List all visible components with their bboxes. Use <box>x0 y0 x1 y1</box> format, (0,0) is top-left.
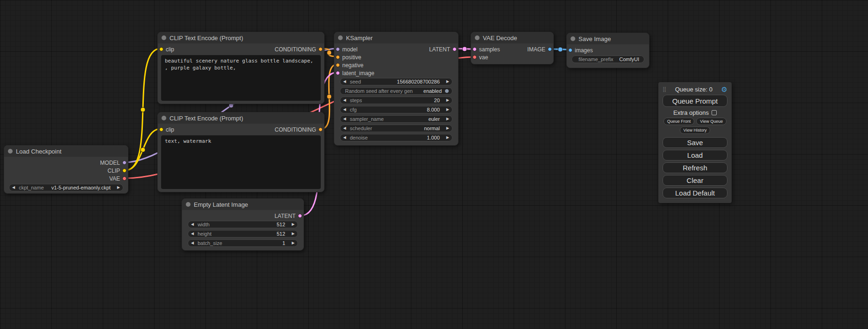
node-clip-text-encode-positive[interactable]: CLIP Text Encode (Prompt) clip CONDITION… <box>157 32 325 104</box>
toggle-knob[interactable] <box>445 89 449 93</box>
denoise-stepper[interactable]: ◀ denoise 1.000 ▶ <box>340 134 452 141</box>
positive-input-dot[interactable] <box>336 55 340 59</box>
input-model[interactable]: model <box>334 45 374 53</box>
clip-output-dot[interactable] <box>122 168 127 173</box>
increment-arrow-icon[interactable]: ▶ <box>292 223 295 226</box>
output-conditioning[interactable]: CONDITIONING <box>275 126 324 133</box>
increment-arrow-icon[interactable]: ▶ <box>292 232 295 236</box>
input-clip[interactable]: clip <box>158 45 174 53</box>
output-conditioning[interactable]: CONDITIONING <box>275 45 324 53</box>
increment-arrow-icon[interactable]: ▶ <box>446 80 449 84</box>
output-model[interactable]: MODEL <box>4 159 128 167</box>
decrement-arrow-icon[interactable]: ◀ <box>12 186 15 189</box>
input-negative[interactable]: negative <box>334 61 374 69</box>
steps-stepper[interactable]: ◀ steps 20 ▶ <box>340 97 452 104</box>
latent-image-input-dot[interactable] <box>336 71 340 75</box>
clip-input-dot[interactable] <box>159 127 163 132</box>
node-title-bar[interactable]: Load Checkpoint <box>4 146 128 157</box>
node-collapse-dot[interactable] <box>475 35 480 40</box>
decrement-arrow-icon[interactable]: ◀ <box>343 136 346 140</box>
decrement-arrow-icon[interactable]: ◀ <box>343 117 346 121</box>
increment-arrow-icon[interactable]: ▶ <box>292 241 295 245</box>
input-samples[interactable]: samples <box>471 45 500 53</box>
vae-input-dot[interactable] <box>473 55 477 59</box>
output-vae[interactable]: VAE <box>4 175 128 182</box>
menu-drag-handle-icon[interactable]: ⣿ <box>663 86 666 92</box>
width-stepper[interactable]: ◀ width 512 ▶ <box>188 221 298 228</box>
conditioning-output-dot[interactable] <box>318 127 323 132</box>
decrement-arrow-icon[interactable]: ◀ <box>191 223 194 226</box>
node-title-bar[interactable]: KSampler <box>334 32 458 43</box>
node-title-bar[interactable]: CLIP Text Encode (Prompt) <box>158 112 324 124</box>
node-collapse-dot[interactable] <box>571 36 575 41</box>
model-input-dot[interactable] <box>336 47 340 51</box>
ckpt-name-combo[interactable]: ◀ ckpt_name v1-5-pruned-emaonly.ckpt ▶ <box>9 184 123 191</box>
input-clip[interactable]: clip <box>158 126 174 133</box>
settings-gear-icon[interactable]: ⚙ <box>721 86 727 93</box>
filename-prefix-field[interactable]: filename_prefix ComfyUI <box>572 56 644 63</box>
input-latent-image[interactable]: latent_image <box>334 69 374 77</box>
increment-arrow-icon[interactable]: ▶ <box>446 98 449 102</box>
cfg-stepper[interactable]: ◀ cfg 8.000 ▶ <box>340 106 452 113</box>
view-queue-button[interactable]: View Queue <box>696 118 727 125</box>
image-output-dot[interactable] <box>548 47 552 51</box>
model-output-dot[interactable] <box>122 161 127 165</box>
input-images[interactable]: images <box>567 46 649 54</box>
node-title-bar[interactable]: Empty Latent Image <box>182 199 303 210</box>
increment-arrow-icon[interactable]: ▶ <box>446 136 449 140</box>
output-clip[interactable]: CLIP <box>4 167 128 175</box>
comfy-menu-panel[interactable]: ⣿ Queue size: 0 ⚙ Queue Prompt Extra opt… <box>658 82 732 203</box>
decrement-arrow-icon[interactable]: ◀ <box>343 98 346 102</box>
images-input-dot[interactable] <box>568 48 572 52</box>
sampler-name-combo[interactable]: ◀ sampler_name euler ▶ <box>340 115 452 123</box>
clip-input-dot[interactable] <box>159 47 163 51</box>
load-button[interactable]: Load <box>663 150 727 161</box>
refresh-button[interactable]: Refresh <box>663 162 727 173</box>
node-collapse-dot[interactable] <box>186 202 191 207</box>
output-image[interactable]: IMAGE <box>527 45 553 53</box>
input-vae[interactable]: vae <box>471 53 500 61</box>
vae-output-dot[interactable] <box>122 176 127 181</box>
latent-output-dot[interactable] <box>452 47 457 51</box>
decrement-arrow-icon[interactable]: ◀ <box>343 126 346 130</box>
increment-arrow-icon[interactable]: ▶ <box>446 108 449 112</box>
output-latent[interactable]: LATENT <box>429 45 458 53</box>
node-save-image[interactable]: Save Image images filename_prefix ComfyU… <box>566 33 649 68</box>
conditioning-output-dot[interactable] <box>318 47 323 51</box>
increment-arrow-icon[interactable]: ▶ <box>117 186 120 189</box>
latent-output-dot[interactable] <box>298 214 302 218</box>
load-default-button[interactable]: Load Default <box>663 188 727 198</box>
node-collapse-dot[interactable] <box>338 35 343 40</box>
node-clip-text-encode-negative[interactable]: CLIP Text Encode (Prompt) clip CONDITION… <box>157 112 325 192</box>
input-positive[interactable]: positive <box>334 53 374 61</box>
node-graph-canvas[interactable]: Load Checkpoint MODEL CLIP VAE ◀ ckpt_na… <box>0 0 868 329</box>
increment-arrow-icon[interactable]: ▶ <box>446 117 449 121</box>
scheduler-combo[interactable]: ◀ scheduler normal ▶ <box>340 125 452 132</box>
random-seed-toggle[interactable]: Random seed after every gen enabled <box>340 87 452 95</box>
node-title-bar[interactable]: CLIP Text Encode (Prompt) <box>158 32 324 43</box>
output-latent[interactable]: LATENT <box>182 212 303 220</box>
node-collapse-dot[interactable] <box>162 116 166 120</box>
node-title-bar[interactable]: VAE Decode <box>471 32 553 43</box>
node-title-bar[interactable]: Save Image <box>567 33 649 44</box>
extra-options-checkbox[interactable] <box>712 110 717 115</box>
decrement-arrow-icon[interactable]: ◀ <box>191 241 194 245</box>
view-history-button[interactable]: View History <box>680 126 711 134</box>
node-empty-latent-image[interactable]: Empty Latent Image LATENT ◀ width 512 ▶ … <box>182 198 304 251</box>
node-collapse-dot[interactable] <box>8 149 13 154</box>
clear-button[interactable]: Clear <box>663 175 727 186</box>
decrement-arrow-icon[interactable]: ◀ <box>191 232 194 236</box>
batch-size-stepper[interactable]: ◀ batch_size 1 ▶ <box>188 239 298 247</box>
node-vae-decode[interactable]: VAE Decode samples vae IMAGE <box>471 32 554 64</box>
negative-input-dot[interactable] <box>336 63 340 67</box>
queue-prompt-button[interactable]: Queue Prompt <box>663 95 727 107</box>
positive-prompt-textarea[interactable]: beautiful scenery nature glass bottle la… <box>161 55 321 101</box>
node-load-checkpoint[interactable]: Load Checkpoint MODEL CLIP VAE ◀ ckpt_na… <box>4 145 128 194</box>
samples-input-dot[interactable] <box>473 47 477 51</box>
negative-prompt-textarea[interactable]: text, watermark <box>161 135 321 189</box>
queue-front-button[interactable]: Queue Front <box>663 118 695 125</box>
increment-arrow-icon[interactable]: ▶ <box>446 126 449 130</box>
node-collapse-dot[interactable] <box>162 35 166 40</box>
decrement-arrow-icon[interactable]: ◀ <box>343 80 346 84</box>
decrement-arrow-icon[interactable]: ◀ <box>343 108 346 112</box>
